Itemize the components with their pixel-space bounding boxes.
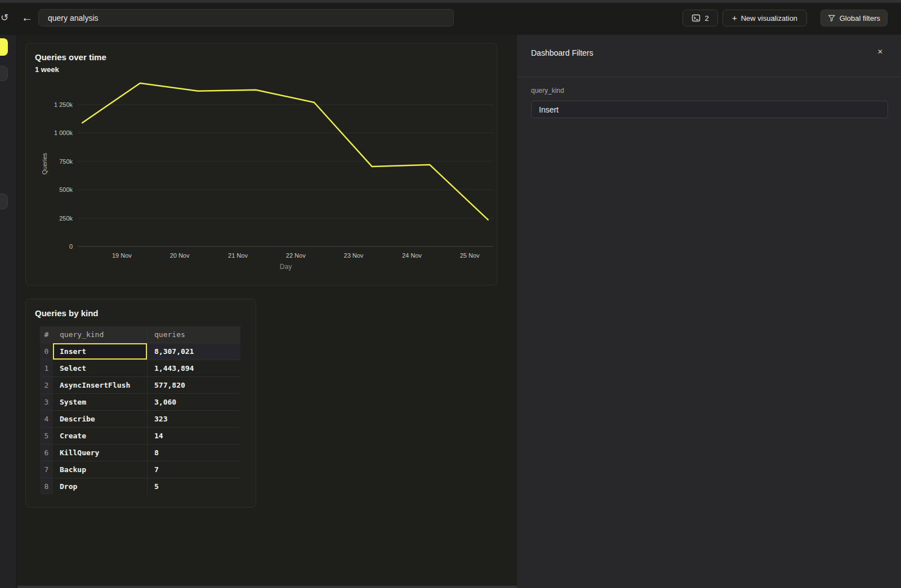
query-kind-cell[interactable]: AsyncInsertFlush: [53, 376, 147, 393]
table-title: Queries by kind: [35, 308, 99, 318]
dashboard-canvas: Queries over time 1 week 0250k500k750k1 …: [17, 35, 517, 588]
row-index: 0: [40, 343, 53, 360]
table-header-row: #query_kindqueries: [40, 326, 240, 343]
y-tick-label: 1 000k: [54, 129, 73, 136]
queries-over-time-line-chart: 0250k500k750k1 000k1 250k19 Nov20 Nov21 …: [26, 43, 497, 285]
query-kind-cell[interactable]: Create: [53, 427, 147, 444]
y-tick-label: 750k: [59, 158, 73, 165]
y-tick-label: 0: [69, 243, 73, 250]
column-header: #: [40, 326, 53, 343]
queries-count-cell: 8: [147, 444, 240, 461]
table-row: 1Select1,443,894: [40, 360, 240, 376]
horizontal-scrollbar[interactable]: [17, 586, 517, 588]
dashboard-title-input[interactable]: [38, 9, 454, 26]
row-index: 4: [40, 410, 53, 427]
x-tick-label: 24 Nov: [402, 252, 422, 259]
table-card-queries-by-kind: Queries by kind #query_kindqueries0Inser…: [25, 299, 256, 508]
queries-count-cell: 14: [147, 427, 240, 444]
x-tick-label: 19 Nov: [112, 252, 132, 259]
panel-divider: [517, 77, 901, 77]
x-tick-label: 20 Nov: [170, 252, 190, 259]
topbar: ↺ ← 2 + New visualization Global filters: [0, 0, 901, 35]
queries-count-cell: 577,820: [147, 376, 240, 393]
queries-count-cell: 7: [147, 461, 240, 478]
x-tick-label: 23 Nov: [344, 252, 364, 259]
table-row: 6KillQuery8: [40, 444, 240, 461]
column-header: query_kind: [53, 326, 147, 343]
row-index: 2: [40, 376, 53, 393]
new-visualization-label: New visualization: [741, 14, 797, 23]
table-row: 8Drop5: [40, 478, 240, 495]
plus-icon: +: [732, 13, 737, 23]
close-icon[interactable]: ✕: [877, 48, 883, 56]
chart-card-queries-over-time: Queries over time 1 week 0250k500k750k1 …: [25, 43, 497, 286]
column-header: queries: [147, 326, 240, 343]
query-kind-cell[interactable]: Select: [53, 360, 147, 376]
refresh-icon[interactable]: ↺: [1, 12, 8, 24]
funnel-icon: [828, 14, 836, 23]
query-kind-cell[interactable]: Drop: [53, 478, 147, 495]
row-index: 8: [40, 478, 53, 495]
global-filters-label: Global filters: [840, 14, 880, 23]
rail-item-1[interactable]: [0, 66, 8, 81]
window-top-strip: [0, 0, 901, 3]
queries-count-cell: 3,060: [147, 393, 240, 410]
queries-count-cell: 1,443,894: [147, 360, 240, 376]
x-tick-label: 25 Nov: [460, 252, 480, 259]
filter-field-label: query_kind: [531, 87, 564, 95]
x-axis-label: Day: [280, 263, 292, 271]
queries-count-cell: 323: [147, 410, 240, 427]
queries-count-cell: 5: [147, 478, 240, 495]
row-index: 3: [40, 393, 53, 410]
back-button[interactable]: ←: [21, 10, 33, 25]
dashboard-filters-panel: Dashboard Filters ✕ query_kind: [517, 35, 901, 588]
row-index: 1: [40, 360, 53, 376]
query-kind-cell[interactable]: Backup: [53, 461, 147, 478]
console-count-button[interactable]: 2: [683, 10, 718, 26]
query-kind-cell[interactable]: Insert: [53, 343, 147, 360]
queries-by-kind-table: #query_kindqueries0Insert8,307,0211Selec…: [40, 326, 240, 495]
row-index: 5: [40, 427, 53, 444]
row-index: 6: [40, 444, 53, 461]
x-tick-label: 22 Nov: [286, 252, 306, 259]
left-rail: [0, 35, 17, 588]
table-row: 0Insert8,307,021: [40, 343, 240, 360]
queries-count-cell: 8,307,021: [147, 343, 240, 360]
new-visualization-button[interactable]: + New visualization: [722, 10, 807, 26]
table-row: 3System3,060: [40, 393, 240, 410]
y-tick-label: 500k: [59, 186, 73, 193]
panel-title: Dashboard Filters: [531, 48, 594, 57]
row-index: 7: [40, 461, 53, 478]
rail-item-2[interactable]: [0, 194, 8, 209]
y-tick-label: 1 250k: [54, 101, 73, 108]
global-filters-button[interactable]: Global filters: [820, 10, 887, 26]
table-row: 4Describe323: [40, 410, 240, 427]
query-kind-cell[interactable]: System: [53, 393, 147, 410]
x-tick-label: 21 Nov: [228, 252, 248, 259]
table-row: 5Create14: [40, 427, 240, 444]
query-kind-cell[interactable]: KillQuery: [53, 444, 147, 461]
y-axis-label: Queries: [41, 152, 48, 174]
table-row: 7Backup7: [40, 461, 240, 478]
query-kind-cell[interactable]: Describe: [53, 410, 147, 427]
y-tick-label: 250k: [59, 215, 73, 222]
rail-item-active-yellow[interactable]: [0, 38, 8, 56]
terminal-icon: [692, 14, 701, 23]
table-row: 2AsyncInsertFlush577,820: [40, 376, 240, 393]
query-kind-filter-input[interactable]: [531, 101, 888, 118]
console-count: 2: [704, 14, 708, 23]
queries-series-line: [82, 83, 488, 220]
